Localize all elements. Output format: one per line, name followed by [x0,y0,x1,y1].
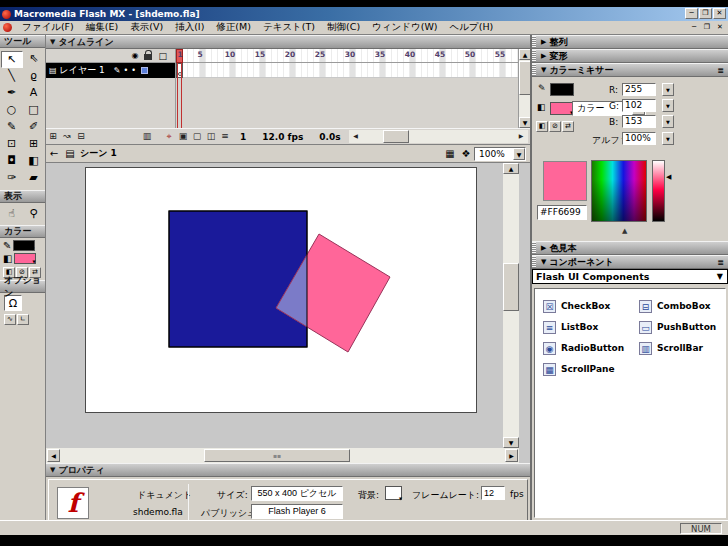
tool-oval[interactable]: ○ [1,102,23,119]
brightness-slider-marker[interactable]: ◀ [666,173,671,181]
menu-text[interactable]: テキスト(T) [257,21,321,34]
components-panel-header[interactable]: ▼ コンポーネント ≣ [532,255,728,269]
tool-eraser[interactable]: ▰ [23,170,45,187]
scroll-right-arrow[interactable]: ▶ [505,449,518,462]
edit-symbols-button[interactable]: ❖ [458,148,474,159]
tool-hand[interactable]: ☝ [1,206,23,223]
menu-edit[interactable]: 編集(E) [80,21,124,34]
stroke-color-swatch[interactable]: ▼ [13,240,35,251]
delete-layer-button[interactable]: ▥ [140,130,154,143]
align-panel-header[interactable]: ▶ 整列 [532,35,728,49]
panel-grip[interactable] [532,256,536,268]
menu-insert[interactable]: 挿入(I) [169,21,210,34]
brightness-slider[interactable] [652,160,665,222]
layer-outline-color[interactable] [141,67,148,74]
panel-collapse-arrow[interactable]: ▲ [622,227,627,235]
panel-grip[interactable] [532,50,536,62]
zoom-control[interactable]: 100% ▼ [474,147,526,161]
no-color-button[interactable]: ⊘ [549,121,561,132]
tool-lasso[interactable]: ϱ [23,68,45,85]
onion-skin-outlines-button[interactable]: ▢ [190,130,204,143]
frame-ruler[interactable]: 1510152025303540455055 [176,49,518,63]
timeline-vertical-scrollbar[interactable]: ▲ ▼ [518,49,530,128]
r-value-field[interactable]: 255 [622,83,656,96]
panel-options-icon[interactable]: ≣ [717,258,724,267]
panel-grip[interactable] [532,64,536,76]
publish-button[interactable]: Flash Player 6 [251,504,343,519]
layer-lock-dot[interactable]: • [131,66,136,75]
stage-horizontal-scrollbar[interactable]: ◀ ▪▪ ▶ [46,448,519,463]
framerate-input[interactable] [481,486,505,500]
add-motion-guide-button[interactable]: ↝ [60,130,74,143]
center-frame-button[interactable]: ⌖ [162,130,176,143]
scrollbar-thumb[interactable] [503,263,519,311]
timeline-header[interactable]: ▼ タイムライン [46,35,530,49]
component-scrollbar[interactable]: ▥ScrollBar [639,341,728,355]
zoom-dropdown-arrow[interactable]: ▼ [513,148,525,160]
mixer-fill-swatch[interactable]: ▼ [550,102,574,115]
g-value-field[interactable]: 102 [622,99,656,112]
frame-rate-indicator[interactable]: 12.0 fps [254,132,311,142]
tool-text[interactable]: A [23,85,45,102]
menu-file[interactable]: ファイル(F) [16,21,80,34]
scroll-left-arrow[interactable]: ◀ [47,449,60,462]
timeline-horizontal-scrollbar[interactable]: ◀ ▶ [349,130,528,143]
panel-options-icon[interactable]: ≣ [717,66,724,75]
tool-rectangle[interactable]: □ [23,102,45,119]
smooth-button[interactable]: ∿ [4,314,16,325]
b-stepper[interactable]: ▼ [662,115,674,128]
b-value-field[interactable]: 153 [622,115,656,128]
close-button[interactable]: ✕ [713,8,726,19]
component-listbox[interactable]: ≡ListBox [543,320,639,334]
swap-colors-button[interactable]: ⇄ [562,121,574,132]
document-size-button[interactable]: 550 x 400 ピクセル [251,486,343,501]
tool-free-transform[interactable]: ⊡ [1,136,23,153]
insert-layer-folder-button[interactable]: ⊟ [74,130,88,143]
tool-zoom[interactable]: ⚲ [23,206,45,223]
tool-eyedropper[interactable]: ✑ [1,170,23,187]
default-colors-button[interactable]: ◧ [536,121,548,132]
tool-pen[interactable]: ✒ [1,85,23,102]
stage-vertical-scrollbar[interactable]: ▲ ▼ [503,163,519,448]
color-mixer-panel-header[interactable]: ▼ カラーミキサー ≣ [532,63,728,77]
tool-pencil[interactable]: ✎ [1,119,23,136]
edit-scene-button[interactable]: ▦ [442,148,458,159]
back-button[interactable]: ← [46,148,62,159]
menu-modify[interactable]: 修正(M) [210,21,257,34]
tool-brush[interactable]: ✐ [23,119,45,136]
scrollbar-thumb[interactable] [383,130,409,143]
component-set-dropdown[interactable]: Flash UI Components ▼ [532,269,728,284]
scroll-left-arrow[interactable]: ◀ [349,130,363,143]
color-spectrum-picker[interactable] [591,160,647,222]
maximize-button[interactable]: ❐ [699,8,712,19]
fill-color-swatch[interactable]: ▼ [14,253,36,264]
mixer-stroke-swatch[interactable]: ▼ [550,83,574,96]
tool-subselect[interactable]: ⇖ [23,51,45,68]
menu-help[interactable]: ヘルプ(H) [444,21,500,34]
stage-pasteboard[interactable]: ▲ ▼ ◀ ▪▪ ▶ [46,163,530,463]
menu-control[interactable]: 制御(C) [321,21,366,34]
mdi-restore-button[interactable]: ❐ [701,22,713,33]
scroll-down-arrow[interactable]: ▼ [503,437,519,448]
scroll-right-arrow[interactable]: ▶ [514,130,528,143]
layer1-frames[interactable] [176,63,518,78]
layer-visible-dot[interactable]: • [124,66,129,75]
tool-fill-transform[interactable]: ⊞ [23,136,45,153]
transform-panel-header[interactable]: ▶ 変形 [532,49,728,63]
hex-color-field[interactable]: #FF6699 [537,205,587,220]
onion-skin-button[interactable]: ▣ [176,130,190,143]
tools-panel-header[interactable]: ツール [0,35,45,48]
swatches-panel-header[interactable]: ▶ 色見本 [532,241,728,255]
tool-ink-bottle[interactable]: ◘ [1,153,23,170]
outline-column-icon[interactable]: □ [158,51,167,61]
mdi-close-button[interactable]: ✕ [714,22,726,33]
edit-multiple-frames-button[interactable]: ◫ [204,130,218,143]
insert-layer-button[interactable]: ⊞ [46,130,60,143]
layer-row[interactable]: ▤ レイヤー 1 ✎ • • [46,63,175,78]
layer-name[interactable]: レイヤー 1 [60,64,105,77]
stage-canvas[interactable] [85,167,477,413]
component-combobox[interactable]: ⊟ComboBox [639,299,728,313]
component-pushbutton[interactable]: ▭PushButton [639,320,728,334]
alpha-stepper[interactable]: ▼ [662,132,674,145]
properties-header[interactable]: ▼ プロパティ [46,463,530,477]
